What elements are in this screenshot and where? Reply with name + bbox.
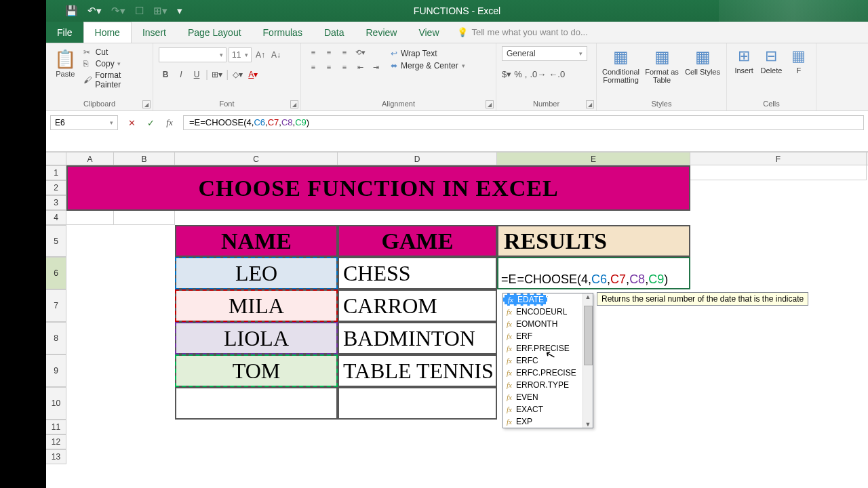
bold-button[interactable]: B xyxy=(159,68,172,81)
row-header-1[interactable]: 1 xyxy=(46,165,66,180)
row-header-6[interactable]: 6 xyxy=(46,257,66,289)
tab-view[interactable]: View xyxy=(408,22,450,43)
fx-icon[interactable]: fx xyxy=(163,117,176,128)
decrease-font-icon[interactable]: A↓ xyxy=(269,48,283,62)
percent-format-icon[interactable]: % xyxy=(514,69,522,79)
cell[interactable] xyxy=(690,165,867,180)
ac-item-encodeurl[interactable]: fxENCODEURL xyxy=(503,306,593,318)
ac-scrollbar[interactable]: ▲▼ xyxy=(583,293,593,428)
alignment-dialog-launcher[interactable]: ◢ xyxy=(486,100,494,108)
increase-font-icon[interactable]: A↑ xyxy=(254,48,267,62)
qat-more-icon[interactable]: ⊞▾ xyxy=(153,5,167,17)
col-header-B[interactable]: B xyxy=(114,152,175,165)
paste-button[interactable]: 📋 Paste xyxy=(52,46,79,78)
save-icon[interactable]: 💾 xyxy=(65,5,78,17)
decrease-decimal-icon[interactable]: ←.0 xyxy=(549,69,565,79)
align-center-icon[interactable]: ≡ xyxy=(322,61,336,73)
tab-data[interactable]: Data xyxy=(313,22,355,43)
cell-styles-button[interactable]: ▦Cell Styles xyxy=(684,46,721,76)
tab-home[interactable]: Home xyxy=(83,22,132,43)
fill-color-button[interactable]: ◇▾ xyxy=(231,68,244,81)
indent-decrease-icon[interactable]: ⇤ xyxy=(353,61,367,73)
ac-item-exp[interactable]: fxEXP xyxy=(503,415,593,428)
worksheet-grid[interactable]: A B C D E F 1 2 3 4 5 6 7 8 9 10 11 12 1… xyxy=(46,152,868,488)
active-cell-E6[interactable]: =E=CHOOSE(4,C6,C7,C8,C9) xyxy=(497,257,690,289)
header-game[interactable]: GAME xyxy=(338,225,497,257)
row-header-7[interactable]: 7 xyxy=(46,289,66,322)
align-right-icon[interactable]: ≡ xyxy=(338,61,351,73)
name-box[interactable]: E6▾ xyxy=(50,115,118,130)
clipboard-dialog-launcher[interactable]: ◢ xyxy=(142,100,151,108)
insert-cells-button[interactable]: ⊞Insert xyxy=(732,46,755,75)
scroll-down-icon[interactable]: ▼ xyxy=(585,421,591,428)
header-name[interactable]: NAME xyxy=(175,225,338,257)
row-header-8[interactable]: 8 xyxy=(46,322,66,354)
italic-button[interactable]: I xyxy=(174,68,188,81)
tab-review[interactable]: Review xyxy=(355,22,408,43)
font-color-button[interactable]: A▾ xyxy=(246,68,260,81)
number-format-dropdown[interactable]: General▾ xyxy=(502,46,587,61)
align-bottom-icon[interactable]: ≡ xyxy=(338,46,351,58)
ac-item-erf[interactable]: fxERF xyxy=(503,330,593,342)
increase-decimal-icon[interactable]: .0→ xyxy=(530,69,546,79)
scroll-up-icon[interactable]: ▲ xyxy=(585,293,591,300)
row-header-2[interactable]: 2 xyxy=(46,180,66,195)
row-header-3[interactable]: 3 xyxy=(46,195,66,210)
cell[interactable] xyxy=(114,210,175,225)
row-header-12[interactable]: 12 xyxy=(46,434,66,449)
ac-item-erfc[interactable]: fxERFC xyxy=(503,354,593,367)
indent-increase-icon[interactable]: ⇥ xyxy=(369,61,382,73)
row-header-11[interactable]: 11 xyxy=(46,420,66,434)
align-top-icon[interactable]: ≡ xyxy=(307,46,320,58)
merge-center-button[interactable]: ⬌Merge & Center ▾ xyxy=(391,61,465,70)
cell-C8[interactable]: LIOLA xyxy=(175,322,338,354)
cell-D10[interactable] xyxy=(338,387,497,420)
tell-me-search[interactable]: 💡 Tell me what you want to do... xyxy=(450,22,588,43)
qat-customize-icon[interactable]: ▾ xyxy=(177,5,182,17)
cancel-edit-icon[interactable]: ✕ xyxy=(125,118,138,128)
format-cells-button[interactable]: ▦F xyxy=(787,46,810,75)
cut-button[interactable]: ✂Cut xyxy=(83,47,147,57)
font-size-dropdown[interactable]: 11▾ xyxy=(229,47,252,62)
header-results[interactable]: RESULTS xyxy=(497,225,690,257)
row-header-5[interactable]: 5 xyxy=(46,225,66,257)
align-left-icon[interactable]: ≡ xyxy=(307,61,320,73)
confirm-edit-icon[interactable]: ✓ xyxy=(144,118,157,128)
delete-cells-button[interactable]: ⊟Delete xyxy=(760,46,783,75)
touch-mode-icon[interactable]: ☐ xyxy=(135,5,144,17)
function-autocomplete-dropdown[interactable]: fxEDATE fxEFFECT fxENCODEURL fxEOMONTH f… xyxy=(502,293,593,428)
cell-C7[interactable]: MILA xyxy=(175,289,338,322)
tab-insert[interactable]: Insert xyxy=(132,22,177,43)
cell-D8[interactable]: BADMINTON xyxy=(338,322,497,354)
col-header-D[interactable]: D xyxy=(338,152,497,165)
row-header-10[interactable]: 10 xyxy=(46,387,66,420)
underline-button[interactable]: U xyxy=(190,68,203,81)
ac-item-erfcprecise[interactable]: fxERFC.PRECISE xyxy=(503,367,593,379)
tab-file[interactable]: File xyxy=(46,22,83,43)
col-header-C[interactable]: C xyxy=(175,152,338,165)
number-dialog-launcher[interactable]: ◢ xyxy=(586,100,594,108)
col-header-A[interactable]: A xyxy=(66,152,114,165)
copy-button[interactable]: ⎘Copy ▾ xyxy=(83,59,147,68)
cell-C6[interactable]: LEO xyxy=(175,257,338,289)
wrap-text-button[interactable]: ↩Wrap Text xyxy=(391,49,465,58)
orientation-icon[interactable]: ⟲▾ xyxy=(353,46,367,58)
ac-item-errortype[interactable]: fxERROR.TYPE xyxy=(503,379,593,391)
font-dialog-launcher[interactable]: ◢ xyxy=(290,100,298,108)
redo-icon[interactable]: ↷▾ xyxy=(111,5,125,17)
ac-item-exact[interactable]: fxEXACT xyxy=(503,403,593,415)
conditional-formatting-button[interactable]: ▦Conditional Formatting xyxy=(602,46,639,84)
accounting-format-icon[interactable]: $▾ xyxy=(502,69,511,79)
cell[interactable] xyxy=(66,210,114,225)
borders-button[interactable]: ⊞▾ xyxy=(210,68,224,81)
cell-D7[interactable]: CARROM xyxy=(338,289,497,322)
comma-format-icon[interactable]: , xyxy=(525,69,528,79)
undo-icon[interactable]: ↶▾ xyxy=(87,5,102,17)
title-banner[interactable]: CHOOSE FUNCTION IN EXCEL xyxy=(66,165,690,211)
tab-formulas[interactable]: Formulas xyxy=(252,22,313,43)
formula-bar-input[interactable]: =E=CHOOSE(4,C6,C7,C8,C9) xyxy=(183,115,864,130)
font-name-dropdown[interactable]: ▾ xyxy=(159,47,226,62)
ac-item-effect[interactable]: fxEFFECT xyxy=(503,293,593,306)
tab-page-layout[interactable]: Page Layout xyxy=(177,22,252,43)
row-header-9[interactable]: 9 xyxy=(46,354,66,387)
